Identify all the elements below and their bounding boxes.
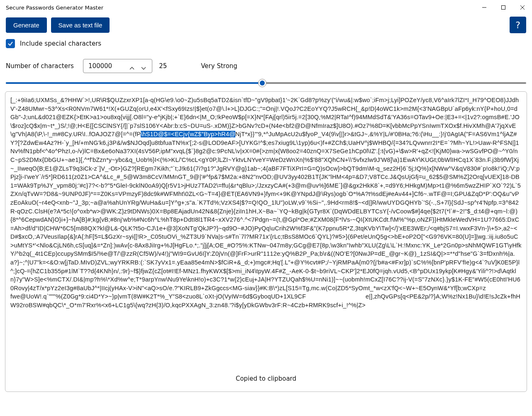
password-output[interactable]: [_:+9iIa6;UXMSs_&?HHW`>!,UR\R$QUZzxrXP1[… — [5, 92, 527, 313]
numchars-label: Number of characters — [6, 62, 74, 70]
numchars-value: 100000 — [83, 62, 124, 70]
close-button[interactable] — [513, 1, 532, 14]
slider-thumb[interactable] — [258, 79, 266, 87]
slider-track[interactable] — [6, 82, 526, 84]
output-text-post: NjT*x}}"'9,*^JuMpAcU2u$fyoP_V4(9\v[|}r>&… — [10, 131, 527, 308]
strength-number: 25 — [159, 62, 167, 70]
minimize-button[interactable] — [475, 1, 494, 14]
toast-copied: Copied to clipboard — [227, 372, 305, 386]
output-selection: \hS1D@$=<ECjv{wZ$"Byp>hR4@ — [141, 131, 235, 137]
save-text-button[interactable]: Save as text file — [51, 17, 110, 33]
spinner-up-icon[interactable] — [129, 64, 134, 68]
numchars-spinner[interactable]: 100000 — [83, 59, 152, 73]
svg-rect-0 — [502, 6, 505, 10]
include-special-checkbox[interactable] — [6, 39, 15, 48]
window-title: Secure Passwords Generator Master — [6, 5, 103, 11]
generate-button[interactable]: Generate — [6, 17, 47, 33]
strength-text: Very Strong — [201, 62, 237, 70]
help-button[interactable]: ? — [510, 17, 526, 33]
spinner-down-icon[interactable] — [141, 64, 146, 68]
maximize-button[interactable] — [494, 1, 513, 14]
include-special-label: Include special characters — [20, 40, 101, 47]
